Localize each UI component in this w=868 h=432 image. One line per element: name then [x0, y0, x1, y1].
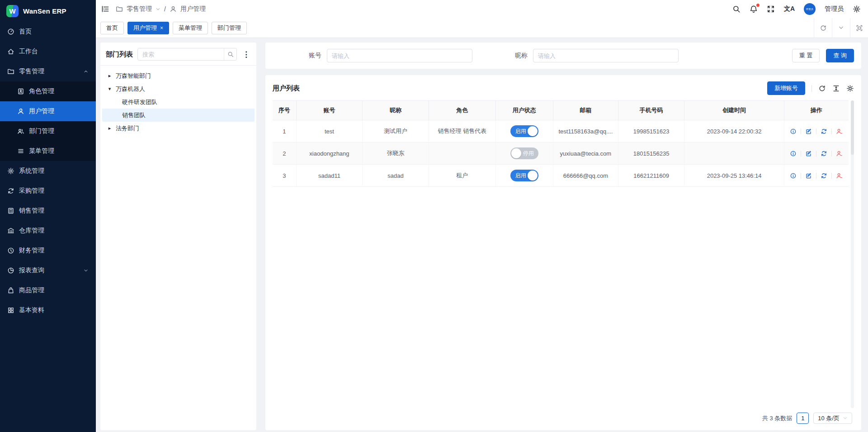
sidebar-collapse-button[interactable]: [101, 5, 109, 13]
department-panel: 部门列表 ⋮ ▸ 万森智能部门 ▾ 万森机器人: [100, 43, 256, 430]
sidebar-item-label: 仓库管理: [19, 227, 44, 235]
column-header: 账号: [296, 101, 363, 120]
sidebar-item-home[interactable]: 首页: [0, 22, 96, 42]
chevron-down-icon[interactable]: [156, 7, 160, 12]
detail-button[interactable]: [790, 172, 797, 179]
nickname-input[interactable]: [533, 49, 679, 62]
maximize-content-button[interactable]: [850, 18, 868, 38]
edit-button[interactable]: [805, 172, 812, 179]
sidebar-item-goods-mgmt[interactable]: 商品管理: [0, 280, 96, 300]
user-list-toolbar: 新增账号: [767, 81, 854, 95]
table-settings-button[interactable]: [846, 85, 854, 92]
notifications-button[interactable]: [750, 5, 758, 13]
department-more-button[interactable]: ⋮: [241, 51, 251, 58]
caret-down-icon[interactable]: ▾: [107, 86, 113, 92]
reset-password-button[interactable]: [821, 150, 827, 157]
tree-item[interactable]: 硬件研发团队: [102, 95, 255, 109]
brand-badge-icon: W: [6, 5, 19, 17]
fullscreen-button[interactable]: [767, 5, 775, 13]
cell-index: 1: [273, 120, 296, 142]
breadcrumb-section[interactable]: 零售管理: [127, 5, 152, 13]
user-icon: [17, 108, 24, 115]
sidebar-item-report-query[interactable]: 报表查询: [0, 261, 96, 280]
calculator-icon: [7, 207, 14, 214]
tree-item-selected[interactable]: 销售团队: [102, 109, 255, 122]
status-toggle[interactable]: 停用: [510, 147, 538, 159]
edit-button[interactable]: [805, 150, 812, 157]
delete-user-button[interactable]: [836, 128, 843, 135]
account-input[interactable]: [327, 49, 472, 62]
edit-button[interactable]: [805, 128, 812, 135]
sidebar-item-basic-data[interactable]: 基本资料: [0, 300, 96, 320]
cell-index: 2: [273, 142, 296, 165]
user-name[interactable]: 管理员: [825, 5, 844, 13]
cell-phone: 18015156235: [618, 142, 684, 165]
department-search-input[interactable]: [137, 48, 237, 61]
sidebar-item-finance-mgmt[interactable]: 财务管理: [0, 241, 96, 261]
sidebar-item-role-mgmt[interactable]: 角色管理: [0, 81, 96, 101]
add-account-button[interactable]: 新增账号: [767, 81, 805, 95]
translate-button[interactable]: 文A: [784, 5, 795, 13]
table-scrollbar[interactable]: [851, 100, 854, 408]
refresh-table-button[interactable]: [818, 85, 826, 92]
reset-password-button[interactable]: [821, 172, 827, 179]
brand-logo[interactable]: W WanSen ERP: [0, 0, 96, 22]
breadcrumb-separator: /: [164, 5, 166, 13]
reset-button[interactable]: 重 置: [792, 49, 820, 62]
detail-button[interactable]: [790, 128, 797, 135]
delete-user-button[interactable]: [836, 150, 843, 157]
sidebar-group-label: 零售管理: [19, 67, 44, 76]
tree-item[interactable]: ▸ 万森智能部门: [102, 69, 255, 82]
caret-right-icon[interactable]: ▸: [107, 73, 113, 79]
page-size-select[interactable]: 10 条/页: [813, 413, 852, 424]
maximize-icon: [856, 24, 863, 32]
sidebar-item-menu-mgmt[interactable]: 菜单管理: [0, 141, 96, 161]
tab-user-mgmt[interactable]: 用户管理×: [127, 22, 169, 34]
delete-user-button[interactable]: [836, 172, 843, 179]
sidebar-item-warehouse-mgmt[interactable]: 仓库管理: [0, 221, 96, 241]
caret-right-icon[interactable]: ▸: [107, 125, 113, 131]
tab-label: 部门管理: [217, 24, 241, 32]
user-list-card: 用户列表 新增账号: [265, 75, 861, 430]
refresh-icon: [821, 128, 827, 135]
status-toggle[interactable]: 启用: [510, 170, 538, 181]
sidebar-item-workbench[interactable]: 工作台: [0, 42, 96, 62]
tab-list-dropdown-button[interactable]: [832, 18, 850, 38]
sidebar-item-dept-mgmt[interactable]: 部门管理: [0, 121, 96, 141]
cell-status: 停用: [495, 142, 553, 165]
reset-password-button[interactable]: [821, 128, 827, 135]
tab-dept-mgmt[interactable]: 部门管理: [212, 22, 247, 34]
cell-account: xiaodongzhang: [296, 142, 363, 165]
tree-item[interactable]: ▾ 万森机器人: [102, 82, 255, 95]
refresh-icon: [820, 24, 827, 32]
user-delete-icon: [836, 172, 843, 179]
cell-operations: [784, 142, 849, 165]
row-height-button[interactable]: [832, 85, 840, 92]
tab-home[interactable]: 首页: [100, 22, 124, 34]
tab-close-icon[interactable]: ×: [160, 25, 163, 31]
column-header: 序号: [273, 101, 296, 120]
cell-roles: 销售经理 销售代表: [429, 120, 495, 142]
sidebar-group-retail[interactable]: 零售管理: [0, 62, 96, 81]
sidebar-item-label: 销售管理: [19, 207, 44, 215]
refresh-icon: [821, 172, 827, 179]
sidebar-item-sales-mgmt[interactable]: 销售管理: [0, 201, 96, 221]
detail-button[interactable]: [790, 150, 797, 157]
sidebar-item-user-mgmt[interactable]: 用户管理: [0, 101, 96, 121]
refresh-icon: [818, 85, 826, 92]
sidebar-item-purchase-mgmt[interactable]: 采购管理: [0, 181, 96, 201]
global-search-button[interactable]: [732, 5, 741, 13]
refresh-tab-button[interactable]: [814, 18, 832, 38]
avatar[interactable]: 管理员: [804, 3, 816, 15]
status-toggle[interactable]: 启用: [510, 125, 538, 137]
sidebar-item-system-mgmt[interactable]: 系统管理: [0, 161, 96, 181]
settings-button[interactable]: [853, 5, 861, 13]
chevron-up-icon: [83, 69, 89, 74]
row-height-icon: [832, 85, 840, 92]
tab-menu-mgmt[interactable]: 菜单管理: [173, 22, 208, 34]
query-button[interactable]: 查 询: [826, 49, 854, 62]
tree-item[interactable]: ▸ 法务部门: [102, 122, 255, 135]
table-scrollbar-thumb[interactable]: [851, 100, 854, 155]
page-number-button[interactable]: 1: [797, 413, 809, 424]
department-search-button[interactable]: [224, 48, 236, 60]
